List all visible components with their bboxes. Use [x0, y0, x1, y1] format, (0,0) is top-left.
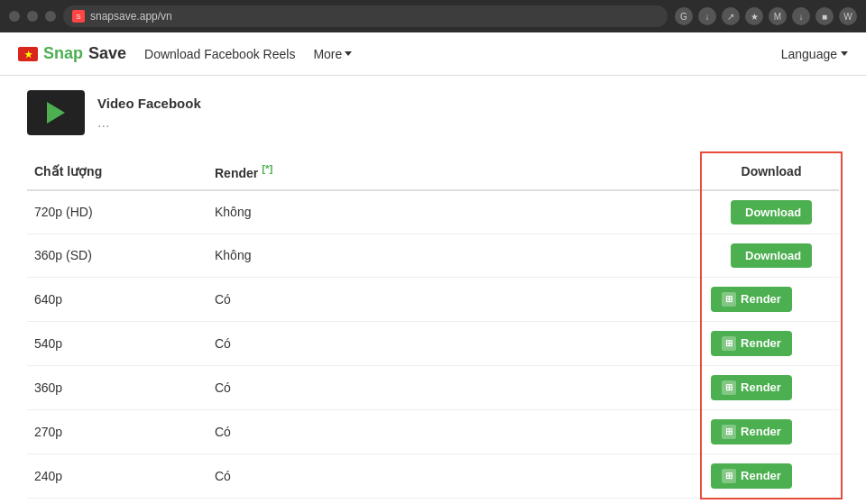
- chevron-down-icon: [345, 51, 352, 56]
- render-cell: Không: [207, 234, 704, 277]
- video-thumbnail: [27, 90, 85, 135]
- browser-icon-star: ★: [745, 7, 763, 25]
- download-button[interactable]: Download: [731, 200, 812, 225]
- browser-icon-ext1: M: [769, 7, 787, 25]
- render-button-label: Render: [741, 469, 781, 482]
- nav-bar: SnapSave Download Facebook Reels More La…: [0, 32, 866, 76]
- render-button-label: Render: [741, 380, 781, 394]
- download-cell: Download: [704, 234, 839, 277]
- table-row: 270pCó⊞Render: [27, 409, 839, 454]
- render-button[interactable]: ⊞Render: [711, 419, 792, 444]
- quality-cell: 720p (HD): [27, 190, 207, 234]
- video-dots: ...: [97, 115, 201, 131]
- render-icon: ⊞: [722, 469, 736, 483]
- language-selector[interactable]: Language: [781, 47, 848, 61]
- col-header-render: Render [*]: [207, 153, 704, 190]
- main-content: Video Facebook ... Chất lượng Render [*]…: [0, 76, 866, 504]
- quality-table-wrapper: Chất lượng Render [*] Download 720p (HD)…: [27, 153, 839, 499]
- language-label: Language: [781, 47, 837, 61]
- render-cell: Có: [207, 365, 704, 409]
- render-cell: Không: [207, 190, 704, 234]
- quality-cell: 270p: [27, 409, 207, 454]
- video-info: Video Facebook ...: [97, 96, 201, 131]
- browser-icon-google: G: [675, 7, 693, 25]
- url-bar[interactable]: S snapsave.app/vn: [63, 5, 668, 27]
- url-text: snapsave.app/vn: [90, 10, 172, 23]
- nav-more-menu[interactable]: More: [313, 47, 352, 61]
- table-row: 240pCó⊞Render: [27, 454, 839, 498]
- table-row: 360p (SD)KhôngDownload: [27, 234, 839, 277]
- nav-logo[interactable]: SnapSave: [18, 44, 126, 63]
- col-header-quality: Chất lượng: [27, 153, 207, 190]
- render-cell: Có: [207, 454, 704, 498]
- play-icon: [47, 102, 65, 124]
- video-title: Video Facebook: [97, 96, 201, 111]
- quality-cell: 240p: [27, 454, 207, 498]
- table-row: 640pCó⊞Render: [27, 277, 839, 321]
- render-button-label: Render: [741, 292, 781, 306]
- table-row: 540pCó⊞Render: [27, 321, 839, 365]
- table-row: 360pCó⊞Render: [27, 365, 839, 409]
- browser-dot: [45, 11, 56, 22]
- logo-snap: Snap: [43, 44, 83, 63]
- nav-link-facebook-reels[interactable]: Download Facebook Reels: [144, 47, 295, 61]
- video-header: Video Facebook ...: [27, 90, 839, 135]
- browser-icons: G ↓ ↗ ★ M ↓ ■ W: [675, 7, 857, 25]
- quality-cell: 360p (SD): [27, 234, 207, 277]
- render-button-label: Render: [741, 425, 781, 438]
- render-button-label: Render: [741, 336, 781, 350]
- render-button[interactable]: ⊞Render: [711, 375, 792, 400]
- download-cell: ⊞Render: [704, 277, 839, 321]
- browser-icon-download: ↓: [698, 7, 716, 25]
- browser-dot: [9, 11, 20, 22]
- download-cell: ⊞Render: [704, 409, 839, 454]
- col-header-download: Download: [704, 153, 839, 190]
- render-icon: ⊞: [722, 336, 736, 351]
- browser-icon-share: ↗: [722, 7, 740, 25]
- render-button[interactable]: ⊞Render: [711, 287, 792, 312]
- render-button[interactable]: ⊞Render: [711, 463, 792, 489]
- render-icon: ⊞: [722, 292, 736, 307]
- download-cell: ⊞Render: [704, 321, 839, 365]
- render-icon: ⊞: [722, 380, 736, 395]
- render-button[interactable]: ⊞Render: [711, 331, 792, 356]
- download-cell: ⊞Render: [704, 454, 839, 498]
- browser-icon-ext2: ↓: [792, 7, 810, 25]
- quality-table: Chất lượng Render [*] Download 720p (HD)…: [27, 153, 839, 499]
- render-cell: Có: [207, 409, 704, 454]
- download-cell: ⊞Render: [704, 365, 839, 409]
- language-chevron-icon: [841, 51, 848, 56]
- vietnam-flag-icon: [18, 47, 38, 61]
- quality-cell: 640p: [27, 277, 207, 321]
- download-button[interactable]: Download: [731, 243, 812, 268]
- url-favicon: S: [72, 10, 85, 23]
- download-cell: Download: [704, 190, 839, 234]
- render-icon: ⊞: [722, 425, 736, 439]
- browser-dot: [27, 11, 38, 22]
- browser-chrome: S snapsave.app/vn G ↓ ↗ ★ M ↓ ■ W: [0, 0, 866, 32]
- nav-more-label: More: [313, 47, 342, 61]
- render-cell: Có: [207, 321, 704, 365]
- render-cell: Có: [207, 277, 704, 321]
- quality-cell: 540p: [27, 321, 207, 365]
- browser-icon-ext3: ■: [815, 7, 834, 25]
- table-row: 720p (HD)KhôngDownload: [27, 190, 839, 234]
- browser-icon-ext4: W: [839, 7, 857, 25]
- quality-cell: 360p: [27, 365, 207, 409]
- logo-save: Save: [88, 44, 126, 63]
